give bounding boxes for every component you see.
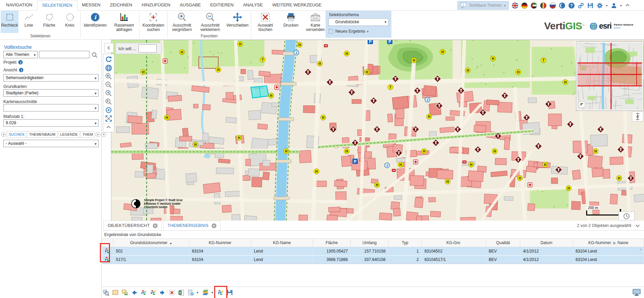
column-header-qualität[interactable]: Qualität bbox=[486, 239, 520, 247]
menu-tab-weitere-werkzeuge[interactable]: WEITERE WERKZEUGE bbox=[268, 0, 327, 10]
tool-koordinaten-suchen[interactable]: Koordinaten suchen bbox=[140, 11, 167, 33]
dropdown-caret-icon[interactable]: ▾ bbox=[212, 291, 214, 294]
collapse-header-icon[interactable] bbox=[625, 3, 630, 8]
menu-tab-navigation[interactable]: NAVIGATION bbox=[1, 0, 37, 10]
sidebar-tabs-list-icon[interactable] bbox=[101, 132, 106, 137]
kartenausschnitte-dropdown[interactable] bbox=[3, 104, 99, 111]
overview-collapse-button[interactable] bbox=[579, 101, 585, 108]
center-map-button[interactable] bbox=[104, 106, 113, 114]
next-extent-button[interactable] bbox=[104, 97, 113, 106]
tool-rasterwert-abfragen[interactable]: Rasterwert abfragen bbox=[109, 11, 139, 33]
dropdown-caret-icon[interactable]: ▾ bbox=[606, 4, 608, 7]
show-object-on-map-icon[interactable] bbox=[102, 256, 113, 264]
collapse-map-toolbar-button[interactable] bbox=[104, 123, 113, 131]
sichtbare-themen-button[interactable]: i Sichtbare Themen ▾ bbox=[457, 1, 509, 10]
next-object-button[interactable] bbox=[159, 289, 166, 296]
full-extent-globe-button[interactable] bbox=[104, 64, 113, 72]
sidebar-tab-themenbaum[interactable]: THEMENBAUM bbox=[27, 131, 57, 138]
zoom-out-button[interactable] bbox=[104, 80, 113, 89]
sidebar-tab-legende[interactable]: LEGENDE bbox=[58, 131, 80, 138]
result-row-502[interactable]: 50263104Lend1305.05427157.71015816310450… bbox=[102, 247, 644, 256]
chart-button[interactable] bbox=[202, 289, 209, 296]
ansicht-dropdown[interactable]: Sehenswürdigkeiten bbox=[3, 74, 99, 81]
save-selection-button[interactable] bbox=[226, 289, 233, 296]
remove-from-selection-button[interactable] bbox=[168, 289, 175, 296]
refresh-map-button[interactable] bbox=[104, 55, 113, 64]
flag-gb-icon[interactable] bbox=[512, 2, 518, 9]
tool-karte-versenden[interactable]: Karte versenden bbox=[303, 11, 328, 33]
column-header-kg-nummer[interactable]: KG-Nummer bbox=[189, 239, 251, 247]
tab-objektuebersicht[interactable]: OBJEKTÜBERSICHT bbox=[104, 221, 162, 230]
language-crescent-icon[interactable] bbox=[559, 2, 565, 9]
menu-tab-analyse[interactable]: ANALYSE bbox=[238, 0, 268, 10]
menu-tab-zeichnen[interactable]: ZEICHNEN bbox=[105, 0, 137, 10]
column-header-fläche[interactable]: Fläche bbox=[313, 239, 350, 247]
previous-extent-button[interactable] bbox=[104, 89, 113, 97]
sidebar-tabs-scroll-right-icon[interactable] bbox=[96, 132, 101, 137]
tool-drucken[interactable]: Drucken bbox=[279, 11, 303, 33]
user-icon[interactable] bbox=[611, 2, 617, 9]
map-view[interactable]: HHHHTHHHHTHHHHHTHHHHHHHHHHHHHHHHHHHHHHHH… bbox=[111, 40, 644, 221]
selektionsthema-select[interactable]: Grundstücke bbox=[328, 18, 389, 26]
show-selection-in-map-button[interactable] bbox=[217, 289, 224, 296]
menu-tab-messen[interactable]: MESSEN bbox=[77, 0, 105, 10]
neues-ergebnis-dropdown[interactable]: Neues Ergebnis ▾ bbox=[328, 29, 391, 34]
sidebar-tab-them[interactable]: THEM bbox=[80, 131, 95, 138]
flag-ro-icon[interactable] bbox=[540, 2, 546, 9]
flag-de-icon[interactable] bbox=[521, 2, 528, 9]
grundkarten-dropdown[interactable]: Stadtplan (Farbe) bbox=[3, 89, 99, 97]
result-table-button[interactable] bbox=[112, 289, 119, 296]
column-header-kg-gnr-[interactable]: KG-Gnr. bbox=[422, 239, 486, 247]
share-link-icon[interactable] bbox=[578, 2, 584, 9]
info-icon[interactable]: i bbox=[18, 60, 23, 65]
menu-tab-ausgabe[interactable]: AUSGABE bbox=[175, 0, 205, 10]
tool-identifizieren[interactable]: iIdentifizieren bbox=[81, 11, 109, 33]
next-extent-button[interactable] bbox=[150, 289, 156, 296]
dropdown-caret-icon[interactable]: ▾ bbox=[620, 4, 622, 7]
ich-will-input[interactable] bbox=[139, 44, 157, 53]
info-icon[interactable]: i bbox=[19, 68, 24, 72]
search-scope-dropdown[interactable]: Alle Themen bbox=[3, 51, 38, 58]
table-scrollbar-up-arrow[interactable]: ▲ bbox=[639, 247, 642, 251]
overview-map[interactable] bbox=[576, 41, 643, 111]
column-header-datum[interactable]: Datum bbox=[520, 239, 573, 247]
fulltext-search-input[interactable] bbox=[39, 51, 89, 58]
previous-object-button[interactable] bbox=[131, 289, 138, 296]
show-object-on-map-icon[interactable] bbox=[102, 247, 113, 256]
settings-gear-icon[interactable] bbox=[597, 2, 603, 9]
excel-export-button[interactable] bbox=[178, 289, 185, 296]
overview-pin-button[interactable] bbox=[632, 111, 643, 122]
tool-rechteck[interactable]: Rechteck bbox=[1, 11, 18, 33]
expand-extent-button[interactable] bbox=[104, 114, 113, 123]
flag-ae-icon[interactable] bbox=[531, 2, 537, 9]
zoom-to-selected-object-button[interactable] bbox=[103, 289, 109, 296]
result-row-517-1[interactable]: 517/163104Lend3988.71866337.640156263104… bbox=[102, 256, 644, 264]
close-icon[interactable] bbox=[212, 223, 217, 228]
menu-tab-editieren[interactable]: EDITIEREN bbox=[205, 0, 238, 10]
zoom-in-button[interactable] bbox=[104, 72, 113, 80]
column-header-kg-nummer-u-name[interactable]: KG-Nummer. u. Name bbox=[573, 239, 644, 247]
tool-auswahl-löschen[interactable]: Auswahl löschen bbox=[252, 11, 279, 33]
column-header-grundstücksnummer[interactable]: Grundstücksnummer▲ bbox=[113, 239, 189, 247]
tool-fläche[interactable]: Fläche bbox=[39, 11, 60, 33]
help-icon[interactable]: ? bbox=[568, 2, 575, 9]
table-and-map-button[interactable] bbox=[121, 289, 128, 296]
search-icon[interactable] bbox=[91, 52, 98, 58]
close-icon[interactable] bbox=[153, 223, 158, 228]
tool-ausschnitt-verkleinern[interactable]: Ausschnitt verkleinern bbox=[196, 11, 224, 33]
report-button[interactable] bbox=[187, 289, 194, 296]
column-header-kg-name[interactable]: KG-Name bbox=[251, 239, 313, 247]
sidebar-tabs-scroll-left-icon[interactable] bbox=[1, 132, 6, 137]
tool-linie[interactable]: Linie bbox=[18, 11, 39, 33]
auswahl-dropdown[interactable]: - Auswahl - bbox=[3, 140, 99, 147]
tool-kreis[interactable]: Kreis bbox=[60, 11, 80, 33]
sidebar-tab-suchen[interactable]: SUCHEN bbox=[7, 131, 26, 138]
save-session-icon[interactable] bbox=[587, 2, 594, 9]
display-settings-icon[interactable] bbox=[632, 289, 641, 298]
column-header-umfang[interactable]: Umfang bbox=[351, 239, 388, 247]
tab-themenergebnis[interactable]: THEMENERGEBNIS bbox=[163, 221, 221, 230]
flag-ru-icon[interactable] bbox=[550, 2, 556, 9]
menu-tab-selektieren[interactable]: SELEKTIEREN bbox=[37, 0, 77, 11]
dropdown-caret-icon[interactable]: ▾ bbox=[197, 291, 199, 294]
previous-extent-button[interactable] bbox=[140, 289, 147, 296]
